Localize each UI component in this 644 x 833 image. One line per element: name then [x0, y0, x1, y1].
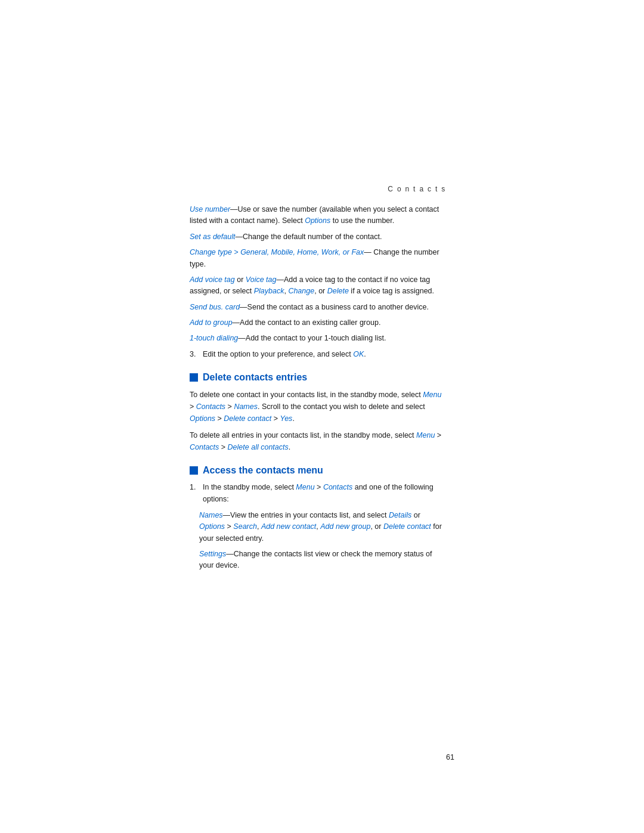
add-to-group-title: Add to group [190, 318, 233, 327]
menu-link-1: Menu [423, 391, 441, 399]
names-sub-block: Names—View the entries in your contacts … [199, 510, 446, 544]
add-new-contact-link: Add new contact [261, 522, 316, 531]
delete-section-icon [190, 373, 198, 382]
use-number-block: Use number—Use or save the number (avail… [190, 204, 446, 227]
numbered-item-3: 3. Edit the option to your preference, a… [190, 349, 446, 360]
use-number-title: Use number [190, 205, 230, 213]
options-link-1: Options [305, 216, 330, 225]
settings-sub-text: Settings—Change the contacts list view o… [199, 550, 432, 569]
page-container: C o n t a c t s Use number—Use or save t… [0, 0, 644, 833]
names-sub-text: Names—View the entries in your contacts … [199, 511, 442, 543]
header-text: C o n t a c t s [388, 185, 446, 193]
add-voice-tag-title: Add voice tag [190, 275, 235, 284]
delete-section-heading: Delete contacts entries [190, 372, 446, 383]
access-section-heading: Access the contacts menu [190, 465, 446, 476]
menu-link-3: Menu [296, 483, 314, 491]
set-as-default-text: Set as default—Change the default number… [190, 233, 382, 241]
details-link: Details [389, 511, 411, 519]
1-touch-dialing-text: 1-touch dialing—Add the contact to your … [190, 334, 386, 342]
change-link: Change [288, 287, 314, 295]
1-touch-dialing-title: 1-touch dialing [190, 334, 238, 342]
access-item-1-number: 1. [190, 482, 199, 505]
delete-section-title: Delete contacts entries [203, 372, 307, 383]
access-item-1: 1. In the standby mode, select Menu > Co… [190, 482, 446, 505]
access-item-1-text: In the standby mode, select Menu > Conta… [203, 482, 446, 505]
item-3-text: Edit the option to your preference, and … [203, 349, 366, 360]
add-to-group-block: Add to group—Add the contact to an exist… [190, 317, 446, 329]
menu-link-2: Menu [416, 431, 435, 439]
add-voice-tag-block: Add voice tag or Voice tag—Add a voice t… [190, 274, 446, 298]
change-type-title: Change type > General, Mobile, Home, Wor… [190, 248, 364, 256]
names-link-2: Names [199, 511, 223, 519]
change-type-text: Change type > General, Mobile, Home, Wor… [190, 248, 439, 268]
yes-link: Yes [280, 414, 293, 423]
set-as-default-block: Set as default—Change the default number… [190, 231, 446, 243]
delete-section-para1: To delete one contact in your contacts l… [190, 389, 446, 425]
names-link-1: Names [234, 402, 258, 411]
options-link-2: Options [190, 414, 215, 423]
send-bus-card-title: Send bus. card [190, 303, 240, 311]
ok-link: OK [353, 350, 364, 358]
search-link: Search [233, 522, 257, 531]
content-area: C o n t a c t s Use number—Use or save t… [190, 185, 446, 576]
item-3-number: 3. [190, 349, 199, 360]
add-voice-tag-text: Add voice tag or Voice tag—Add a voice t… [190, 275, 434, 295]
options-link-3: Options [199, 522, 225, 531]
voice-tag-title: Voice tag [246, 275, 277, 284]
item-3-text-before: Edit the option to your preference, and … [203, 350, 353, 358]
item-3-text-after: . [364, 350, 366, 358]
contacts-link-3: Contacts [323, 483, 352, 491]
settings-link: Settings [199, 550, 226, 558]
use-number-text: Use number—Use or save the number (avail… [190, 205, 439, 225]
delete-contact-link-1: Delete contact [224, 414, 271, 423]
send-bus-card-block: Send bus. card—Send the contact as a bus… [190, 302, 446, 313]
delete-link: Delete [327, 287, 349, 295]
delete-contact-link-2: Delete contact [383, 522, 431, 531]
access-section-title: Access the contacts menu [203, 465, 323, 476]
settings-sub-block: Settings—Change the contacts list view o… [199, 549, 446, 572]
page-header: C o n t a c t s [190, 185, 446, 193]
access-section-icon [190, 466, 198, 475]
contacts-link-1: Contacts [196, 402, 225, 411]
playback-link: Playback [254, 287, 284, 295]
add-to-group-text: Add to group—Add the contact to an exist… [190, 318, 380, 327]
send-bus-card-text: Send bus. card—Send the contact as a bus… [190, 303, 429, 311]
delete-section-para2: To delete all entries in your contacts l… [190, 429, 446, 453]
page-number: 61 [446, 753, 454, 761]
delete-all-contacts-link: Delete all contacts [228, 443, 289, 451]
set-as-default-title: Set as default [190, 233, 235, 241]
contacts-link-2: Contacts [190, 443, 219, 451]
add-new-group-link: Add new group [320, 522, 370, 531]
1-touch-dialing-block: 1-touch dialing—Add the contact to your … [190, 333, 446, 344]
change-type-block: Change type > General, Mobile, Home, Wor… [190, 247, 446, 270]
